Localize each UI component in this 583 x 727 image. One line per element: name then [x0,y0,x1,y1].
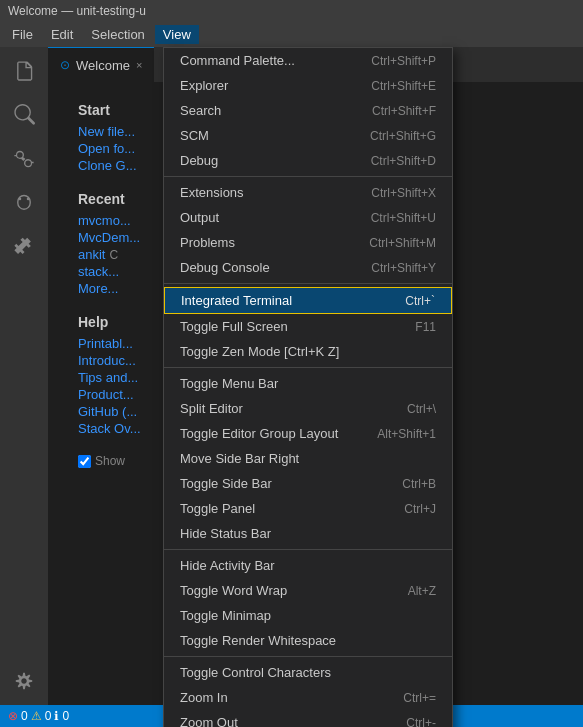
menu-item-label: Problems [180,235,235,250]
menu-item[interactable]: Toggle Full ScreenF11 [164,314,452,339]
menu-item[interactable]: Zoom InCtrl+= [164,685,452,710]
extensions-icon[interactable] [4,227,44,267]
menu-item[interactable]: ExplorerCtrl+Shift+E [164,73,452,98]
menu-item-label: Hide Activity Bar [180,558,275,573]
menu-item-shortcut: Ctrl+Shift+F [372,104,436,118]
menu-item-label: Hide Status Bar [180,526,271,541]
show-startup-checkbox[interactable] [78,455,91,468]
menu-item[interactable]: Debug ConsoleCtrl+Shift+Y [164,255,452,280]
recent-path-3: C [109,248,118,262]
menu-separator [164,549,452,550]
menu-item-label: Toggle Zen Mode [Ctrl+K Z] [180,344,339,359]
menu-item[interactable]: Toggle Render Whitespace [164,628,452,653]
menu-item-label: Integrated Terminal [181,293,292,308]
menu-item-label: Toggle Menu Bar [180,376,278,391]
menu-item[interactable]: Hide Status Bar [164,521,452,546]
menu-item-shortcut: Ctrl+\ [407,402,436,416]
tab-close-button[interactable]: × [136,59,142,71]
menu-item-shortcut: Ctrl+Shift+P [371,54,436,68]
menu-separator [164,176,452,177]
files-icon[interactable] [4,51,44,91]
menu-bar: File Edit Selection View [0,22,583,47]
error-icon: ⊗ [8,709,18,723]
menu-item[interactable]: Zoom OutCtrl+- [164,710,452,727]
menu-item[interactable]: Toggle Word WrapAlt+Z [164,578,452,603]
menu-item[interactable]: Toggle Menu Bar [164,371,452,396]
settings-icon[interactable] [4,661,44,701]
menu-item-label: Command Palette... [180,53,295,68]
menu-item-label: Toggle Panel [180,501,255,516]
debug-icon[interactable] [4,183,44,223]
menu-item-shortcut: Ctrl+` [405,294,435,308]
error-count: 0 [21,709,28,723]
menu-item[interactable]: Toggle Control Characters [164,660,452,685]
menu-separator [164,656,452,657]
info-count: 0 [62,709,69,723]
menu-item-label: Debug [180,153,218,168]
menu-item-label: Explorer [180,78,228,93]
menu-item-label: Zoom Out [180,715,238,727]
menu-item-label: Toggle Full Screen [180,319,288,334]
menu-item-shortcut: Ctrl+B [402,477,436,491]
menu-edit[interactable]: Edit [43,25,81,44]
menu-item[interactable]: SearchCtrl+Shift+F [164,98,452,123]
menu-item[interactable]: ExtensionsCtrl+Shift+X [164,180,452,205]
recent-name-2[interactable]: MvcDem... [78,230,140,245]
menu-item-shortcut: Ctrl+J [404,502,436,516]
menu-separator [164,367,452,368]
menu-item[interactable]: Command Palette...Ctrl+Shift+P [164,48,452,73]
menu-item-shortcut: Ctrl+Shift+Y [371,261,436,275]
menu-item[interactable]: Toggle Side BarCtrl+B [164,471,452,496]
menu-item[interactable]: ProblemsCtrl+Shift+M [164,230,452,255]
menu-item-shortcut: Alt+Shift+1 [377,427,436,441]
menu-item-shortcut: Ctrl+= [403,691,436,705]
menu-item[interactable]: Toggle PanelCtrl+J [164,496,452,521]
vs-icon: ⊙ [60,58,70,72]
title-bar: Welcome — unit-testing-u [0,0,583,22]
menu-item-shortcut: Ctrl+Shift+D [371,154,436,168]
warning-count: 0 [45,709,52,723]
menu-separator [164,283,452,284]
menu-item-label: Toggle Editor Group Layout [180,426,338,441]
search-icon[interactable] [4,95,44,135]
menu-item-shortcut: F11 [415,320,436,334]
menu-item-label: Split Editor [180,401,243,416]
menu-item-shortcut: Ctrl+Shift+G [370,129,436,143]
menu-item[interactable]: Toggle Minimap [164,603,452,628]
recent-name-1[interactable]: mvcmo... [78,213,131,228]
menu-item[interactable]: Split EditorCtrl+\ [164,396,452,421]
menu-file[interactable]: File [4,25,41,44]
menu-item[interactable]: SCMCtrl+Shift+G [164,123,452,148]
welcome-tab[interactable]: ⊙ Welcome × [48,47,154,82]
menu-selection[interactable]: Selection [83,25,152,44]
info-icon: ℹ [54,709,59,723]
menu-item[interactable]: Toggle Editor Group LayoutAlt+Shift+1 [164,421,452,446]
view-dropdown: Command Palette...Ctrl+Shift+PExplorerCt… [163,47,453,727]
menu-item-label: Toggle Minimap [180,608,271,623]
menu-item-shortcut: Ctrl+Shift+E [371,79,436,93]
menu-item-shortcut: Ctrl+Shift+M [369,236,436,250]
recent-name-4[interactable]: stack... [78,264,119,279]
title-bar-text: Welcome — unit-testing-u [8,4,146,18]
menu-item[interactable]: OutputCtrl+Shift+U [164,205,452,230]
menu-item-label: Output [180,210,219,225]
menu-item-label: SCM [180,128,209,143]
menu-item[interactable]: Move Side Bar Right [164,446,452,471]
menu-item-label: Move Side Bar Right [180,451,299,466]
menu-item-label: Toggle Render Whitespace [180,633,336,648]
menu-item-label: Toggle Control Characters [180,665,331,680]
menu-item-label: Toggle Side Bar [180,476,272,491]
menu-item[interactable]: DebugCtrl+Shift+D [164,148,452,173]
menu-item-shortcut: Ctrl+Shift+U [371,211,436,225]
menu-view[interactable]: View [155,25,199,44]
source-control-icon[interactable] [4,139,44,179]
status-errors[interactable]: ⊗ 0 ⚠ 0 ℹ 0 [8,709,69,723]
recent-name-3[interactable]: ankit [78,247,105,262]
menu-item-label: Zoom In [180,690,228,705]
menu-item[interactable]: Integrated TerminalCtrl+` [164,287,452,314]
more-link[interactable]: More... [78,281,118,296]
tab-label: Welcome [76,58,130,73]
menu-item[interactable]: Hide Activity Bar [164,553,452,578]
warning-icon: ⚠ [31,709,42,723]
menu-item[interactable]: Toggle Zen Mode [Ctrl+K Z] [164,339,452,364]
